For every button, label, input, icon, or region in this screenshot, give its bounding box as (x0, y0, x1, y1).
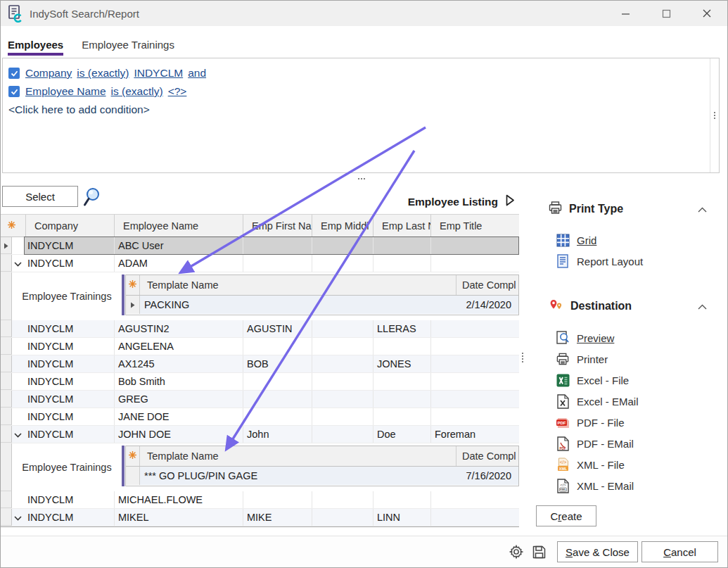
cell-first (243, 237, 312, 254)
gear-icon[interactable] (505, 544, 528, 560)
column-header-date-completed[interactable]: Date Compl (456, 446, 518, 466)
training-row-go-plug-pin-gage[interactable]: *** GO PLUG/PIN GAGE7/16/2020 (126, 467, 518, 485)
destination-label: PDF - EMail (577, 438, 634, 450)
table-row-angelena[interactable]: INDYCLMANGELENA (1, 338, 519, 355)
table-row-greg[interactable]: INDYCLMGREG (1, 391, 519, 408)
condition-link-and[interactable]: and (188, 67, 206, 80)
excel-email-icon (556, 394, 570, 409)
cell-name: AX1245 (115, 355, 243, 372)
row-indicator (1, 443, 12, 491)
collapse-row-icon[interactable] (12, 255, 24, 272)
print-type-label: Grid (577, 234, 596, 246)
table-row-adam[interactable]: INDYCLMADAM (1, 255, 519, 272)
column-header-emp-last-n[interactable]: Emp Last N (373, 215, 431, 236)
cell-middle (312, 320, 373, 337)
subgrid-accent-bar (122, 446, 124, 486)
cell-company: INDYCLM (24, 509, 115, 526)
print-type-grid[interactable]: Grid (556, 229, 717, 251)
column-header-date-completed[interactable]: Date Compl (456, 275, 518, 295)
row-indicator (1, 408, 12, 425)
condition-checkbox[interactable] (8, 86, 20, 97)
destination-pdf-email[interactable]: PDFPDF - EMail (556, 433, 717, 454)
cell-last (373, 255, 431, 272)
condition-checkbox[interactable] (8, 68, 20, 79)
horizontal-splitter[interactable] (358, 178, 365, 179)
save-icon[interactable] (528, 545, 550, 560)
destination-xml-file[interactable]: </>XMLXML - File (556, 454, 717, 475)
cancel-button[interactable]: Cancel (641, 541, 718, 562)
cell-title (431, 373, 519, 390)
cell-title (431, 255, 519, 272)
row-expander (12, 373, 24, 390)
grid-header: CompanyEmployee NameEmp First NarEmp Mid… (1, 214, 519, 237)
maximize-button[interactable] (646, 1, 687, 26)
cell-title (431, 237, 519, 254)
svg-text:XML: XML (558, 467, 567, 471)
training-row-packing[interactable]: PACKING2/14/2020 (126, 296, 518, 314)
employee-grid: CompanyEmployee NameEmp First NarEmp Mid… (1, 214, 519, 527)
column-header-template-name[interactable]: Template Name (140, 446, 456, 466)
play-icon[interactable] (504, 194, 516, 210)
condition-link-[interactable]: <?> (168, 85, 187, 98)
table-row-ax1245[interactable]: INDYCLMAX1245BOBJONES (1, 355, 519, 373)
column-header-employee-name[interactable]: Employee Name (115, 215, 243, 236)
destination-pdf-file[interactable]: PDFPDF - File (556, 412, 717, 433)
preview-icon (556, 331, 570, 346)
row-expander (12, 237, 24, 254)
table-row-agustin2[interactable]: INDYCLMAGUSTIN2AGUSTINLLERAS (1, 320, 519, 338)
table-row-mikel[interactable]: INDYCLMMIKELMIKELINN (1, 509, 519, 526)
column-header-emp-first-nar[interactable]: Emp First Nar (243, 215, 312, 236)
tab-employee-trainings[interactable]: Employee Trainings (82, 36, 174, 54)
condition-link-company[interactable]: Company (25, 67, 72, 80)
chevron-down-icon (14, 429, 22, 440)
close-button[interactable] (687, 1, 727, 26)
select-button[interactable]: Select (2, 186, 78, 207)
listing-header: Employee Listing (352, 194, 516, 210)
print-type-report-layout[interactable]: Report Layout (556, 251, 717, 272)
table-row-bob-smith[interactable]: INDYCLMBob Smith (1, 373, 519, 391)
destination-xml-email[interactable]: </>XMLXML - EMail (556, 475, 717, 496)
create-button[interactable]: Create (536, 505, 596, 526)
condition-link-employee-name[interactable]: Employee Name (25, 85, 106, 98)
pdf-file-icon: PDF (556, 416, 570, 429)
collapse-print-type-icon[interactable] (698, 203, 707, 215)
cell-date-completed: 2/14/2020 (456, 296, 518, 314)
collapse-row-icon[interactable] (12, 426, 24, 443)
vertical-splitter[interactable] (522, 353, 523, 362)
cell-company: INDYCLM (24, 426, 115, 443)
cell-title: Foreman (431, 426, 519, 443)
cell-title (431, 509, 519, 526)
cell-first (243, 338, 312, 355)
condition-link-is-exactly[interactable]: is (exactly) (111, 85, 163, 98)
table-row-john-doe[interactable]: INDYCLMJOHN DOEJohnDoeForeman (1, 426, 519, 443)
destination-printer[interactable]: Printer (556, 348, 717, 370)
cell-company: INDYCLM (24, 237, 115, 254)
destination-excel-email[interactable]: Excel - EMail (556, 391, 717, 412)
collapse-row-icon[interactable] (12, 509, 24, 526)
column-header-emp-middl[interactable]: Emp Middl (312, 215, 373, 236)
minimize-button[interactable] (605, 1, 646, 26)
column-header-template-name[interactable]: Template Name (140, 275, 456, 295)
row-expander (12, 408, 24, 425)
cell-first: John (243, 426, 312, 443)
subgrid-label: Employee Trainings (12, 443, 122, 491)
condition-link-indyclm[interactable]: INDYCLM (134, 67, 183, 80)
table-row-abc-user[interactable]: INDYCLMABC User (1, 237, 519, 255)
destination-label: XML - File (577, 459, 625, 471)
cell-name: MICHAEL.FLOWE (115, 491, 243, 508)
condition-panel-menu[interactable] (710, 58, 719, 172)
table-row-jane-doe[interactable]: INDYCLMJANE DOE (1, 408, 519, 426)
collapse-destination-icon[interactable] (698, 300, 707, 313)
condition-list: Companyis (exactly)INDYCLMandEmployee Na… (8, 64, 705, 119)
search-icon[interactable] (82, 187, 101, 210)
destination-preview[interactable]: Preview (556, 327, 717, 348)
trainings-subgrid-block: Employee TrainingsTemplate NameDate Comp… (1, 272, 519, 320)
column-header-emp-title[interactable]: Emp Title (431, 215, 519, 236)
save-close-button[interactable]: Save & Close (557, 541, 638, 562)
table-row-michael-flowe[interactable]: INDYCLMMICHAEL.FLOWE (1, 491, 519, 509)
condition-link-is-exactly[interactable]: is (exactly) (77, 67, 129, 80)
add-condition-link[interactable]: <Click here to add condition> (8, 101, 705, 119)
column-header-company[interactable]: Company (26, 215, 115, 236)
tab-employees[interactable]: Employees (8, 36, 63, 54)
destination-excel-file[interactable]: Excel - File (556, 370, 717, 391)
